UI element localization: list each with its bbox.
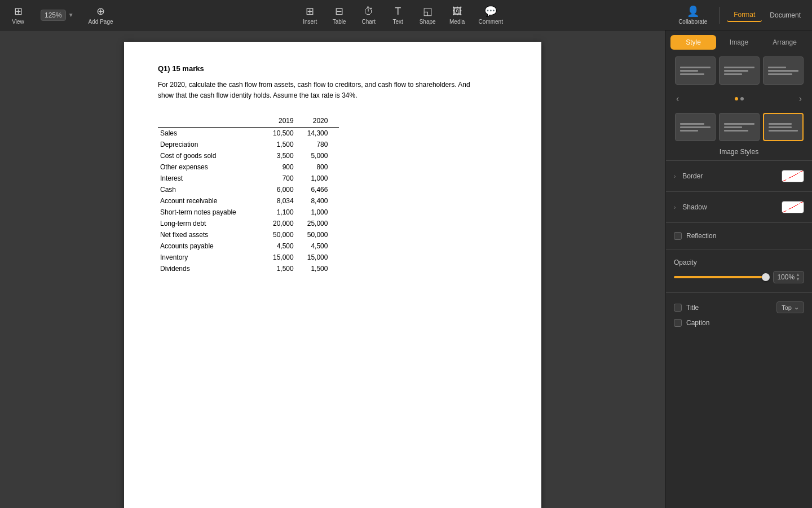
carousel-prev[interactable]: ‹ (673, 91, 682, 106)
row-label: Cost of goods sold (158, 150, 271, 161)
add-page-label: Add Page (89, 19, 113, 25)
row-2019: 10,500 (271, 128, 305, 139)
row-label: Account receivable (158, 195, 271, 207)
caption-checkbox[interactable] (674, 319, 682, 327)
border-swatch-diagonal (782, 170, 804, 182)
row-2020: 1,000 (305, 207, 339, 218)
shadow-swatch-diagonal (782, 202, 804, 213)
data-table: 2019 2020 Sales 10,500 14,300 Depreciati… (158, 115, 339, 274)
shape-icon: ◱ (423, 5, 433, 17)
collaborate-icon: 👤 (687, 5, 699, 17)
title-checkbox[interactable] (674, 304, 682, 312)
carousel-dots (735, 97, 744, 100)
toolbar-separator (720, 7, 720, 24)
style-thumb-1[interactable] (675, 56, 716, 85)
comment-label: Comment (479, 19, 503, 25)
title-label: Title (686, 304, 772, 312)
view-button[interactable]: ⊞ View (5, 3, 32, 27)
opacity-slider[interactable] (674, 276, 769, 278)
insert-icon: ⊞ (306, 5, 314, 17)
table-label: Table (333, 19, 346, 25)
text-icon: T (395, 6, 401, 17)
reflection-checkbox[interactable] (674, 232, 682, 240)
row-2020: 8,400 (305, 195, 339, 207)
carousel-dot-2 (740, 97, 744, 100)
tab-style[interactable]: Style (670, 35, 716, 50)
chart-button[interactable]: ⏱ Chart (355, 3, 382, 27)
style-thumb-3[interactable] (763, 56, 804, 85)
style-thumb-4[interactable] (675, 113, 716, 141)
comment-button[interactable]: 💬 Comment (473, 3, 509, 27)
page-area[interactable]: Q1) 15 marks For 2020, calculate the cas… (0, 30, 665, 508)
row-2019: 1,500 (271, 139, 305, 150)
reflection-section: Reflection (666, 222, 812, 249)
table-row: Interest 700 1,000 (158, 173, 339, 184)
carousel-dot-1 (735, 97, 738, 100)
table-row: Short-term notes payable 1,100 1,000 (158, 207, 339, 218)
row-2019: 1,500 (271, 263, 305, 274)
document-tab[interactable]: Document (763, 9, 807, 21)
zoom-value[interactable]: 125% (41, 10, 66, 21)
format-tab[interactable]: Format (727, 8, 762, 22)
opacity-thumb (762, 273, 770, 281)
table-button[interactable]: ⊟ Table (326, 3, 353, 27)
style-thumb-2[interactable] (719, 56, 760, 85)
shadow-swatch[interactable] (782, 201, 804, 213)
table-row: Accounts payable 4,500 4,500 (158, 240, 339, 252)
table-row: Cost of goods sold 3,500 5,000 (158, 150, 339, 161)
collaborate-button[interactable]: 👤 Collaborate (673, 3, 713, 27)
row-label: Accounts payable (158, 240, 271, 252)
row-2019: 700 (271, 173, 305, 184)
shape-label: Shape (420, 19, 436, 25)
carousel-next[interactable]: › (796, 91, 805, 106)
table-row: Cash 6,000 6,466 (158, 184, 339, 195)
toolbar: ⊞ View 125% ▼ ⊕ Add Page ⊞ Insert ⊟ Tabl… (0, 0, 812, 30)
title-row: Title Top ⌄ (674, 299, 804, 316)
media-label: Media (449, 19, 465, 25)
caption-label: Caption (686, 319, 804, 327)
border-label: Border (682, 172, 703, 180)
row-2019: 1,100 (271, 207, 305, 218)
document-page: Q1) 15 marks For 2020, calculate the cas… (124, 42, 541, 508)
opacity-stepper: ▲ ▼ (796, 273, 800, 282)
image-styles-label: Image Styles (666, 146, 812, 160)
row-2020: 6,466 (305, 184, 339, 195)
view-icon: ⊞ (14, 5, 23, 17)
doc-question: For 2020, calculate the cash flow from a… (158, 80, 508, 101)
media-button[interactable]: 🖼 Media (444, 3, 471, 27)
opacity-decrement[interactable]: ▼ (796, 277, 800, 282)
row-2019: 900 (271, 161, 305, 173)
reflection-row: Reflection (674, 229, 804, 243)
doc-title: Q1) 15 marks (158, 64, 508, 73)
title-caption-section: Title Top ⌄ Caption (666, 292, 812, 335)
row-2020: 14,300 (305, 128, 339, 139)
media-icon: 🖼 (452, 6, 462, 17)
toolbar-right-group: 👤 Collaborate Format Document (673, 3, 807, 27)
toolbar-center-group: ⊞ Insert ⊟ Table ⏱ Chart T Text ◱ Shape … (133, 3, 673, 27)
opacity-label: Opacity (674, 259, 804, 266)
insert-button[interactable]: ⊞ Insert (297, 3, 324, 27)
opacity-row: Opacity 100% ▲ ▼ (674, 255, 804, 287)
row-2019: 50,000 (271, 229, 305, 240)
border-chevron-icon: › (674, 173, 676, 179)
row-label: Sales (158, 128, 271, 139)
row-2020: 800 (305, 161, 339, 173)
row-label: Inventory (158, 252, 271, 263)
row-label: Net fixed assets (158, 229, 271, 240)
text-button[interactable]: T Text (385, 3, 412, 27)
row-label: Short-term notes payable (158, 207, 271, 218)
tab-image[interactable]: Image (716, 35, 762, 50)
header-label-col (158, 115, 271, 128)
shape-button[interactable]: ◱ Shape (414, 3, 442, 27)
style-thumb-6[interactable] (763, 113, 804, 141)
row-label: Interest (158, 173, 271, 184)
add-page-button[interactable]: ⊕ Add Page (83, 3, 119, 27)
row-2020: 1,500 (305, 263, 339, 274)
opacity-control: 100% ▲ ▼ (674, 271, 804, 283)
style-thumb-5[interactable] (719, 113, 760, 141)
border-swatch[interactable] (782, 170, 804, 182)
tab-arrange[interactable]: Arrange (762, 35, 807, 50)
title-position-dropdown[interactable]: Top ⌄ (776, 301, 804, 313)
shadow-section: › Shadow (666, 191, 812, 222)
shadow-chevron-icon: › (674, 204, 676, 211)
